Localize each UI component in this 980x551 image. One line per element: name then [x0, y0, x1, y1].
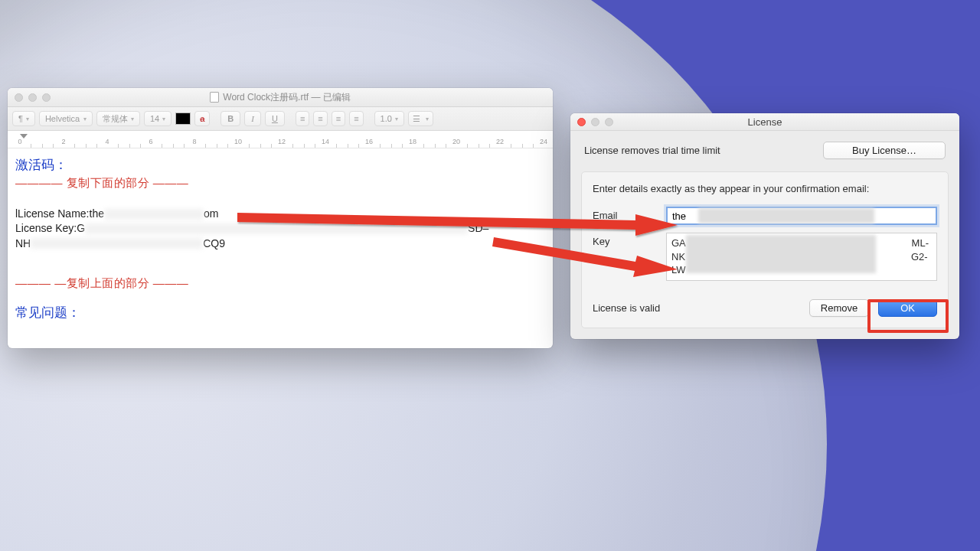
ruler-tick: 6	[149, 138, 152, 145]
separator-bottom: ——— —复制上面的部分 ———	[15, 276, 545, 292]
ruler-tick: 4	[105, 138, 109, 145]
license-window: License License removes trial time limit…	[570, 113, 959, 339]
ok-button[interactable]: OK	[878, 299, 937, 317]
bold-button[interactable]: B	[220, 111, 240, 126]
ruler-tick: 24	[540, 138, 547, 145]
email-input[interactable]	[666, 207, 937, 225]
heading-activation: 激活码：	[15, 156, 545, 174]
redacted-text: x	[85, 223, 468, 234]
redacted-text: x	[31, 238, 203, 249]
key-line2-pre: NK	[671, 251, 685, 262]
align-center-button[interactable]: ≡	[313, 111, 327, 126]
remove-button[interactable]: Remove	[809, 299, 869, 317]
italic-button[interactable]: I	[244, 111, 261, 126]
list-style-button[interactable]: ☰▾	[408, 111, 433, 126]
ruler-tick: 8	[192, 138, 196, 145]
license-window-title: License	[570, 116, 959, 128]
license-description: License removes trial time limit	[584, 145, 720, 156]
license-name-line: lLicense Name: the x om	[15, 207, 545, 221]
window-title-text: Word Clock注册码.rtf — 已编辑	[223, 91, 350, 104]
key-label: Key	[593, 233, 666, 247]
format-toolbar: ¶▾ Helvetica▾ 常规体▾ 14▾ a B I U ≡ ≡ ≡ ≡ 1…	[8, 107, 553, 131]
align-justify-button[interactable]: ≡	[349, 111, 363, 126]
license-header-row: License removes trial time limit Buy Lic…	[570, 131, 959, 171]
license-name-prefix: the	[90, 207, 104, 221]
line-spacing-select[interactable]: 1.0▾	[374, 111, 404, 126]
ruler-tick: 18	[409, 138, 416, 145]
font-family-value: Helvetica	[45, 114, 80, 123]
license-titlebar[interactable]: License	[570, 113, 959, 131]
ruler[interactable]: 024681012141618202224	[8, 131, 553, 148]
paragraph-style-label: ¶	[18, 114, 23, 123]
paragraph-style-menu[interactable]: ¶▾	[12, 111, 35, 126]
ruler-tick: 0	[18, 138, 21, 145]
license-key-prefix: G	[77, 221, 85, 236]
textedit-titlebar[interactable]: Word Clock注册码.rtf — 已编辑	[8, 88, 553, 107]
enter-details-text: Enter details exactly as they appear in …	[593, 183, 937, 194]
text-color-swatch[interactable]	[175, 112, 191, 125]
align-left-button[interactable]: ≡	[296, 111, 309, 126]
license-key-line2-prefix: NH	[15, 236, 31, 251]
ruler-tick: 14	[322, 138, 329, 145]
document-icon	[210, 92, 219, 103]
line-spacing-value: 1.0	[381, 114, 392, 123]
license-key-line2: NH x CQ9	[15, 236, 545, 251]
license-key-label: License Key:	[15, 221, 77, 236]
key-line2-suf: G2-	[911, 251, 928, 262]
textedit-window: Word Clock注册码.rtf — 已编辑 ¶▾ Helvetica▾ 常规…	[8, 88, 553, 348]
ruler-tick: 20	[452, 138, 460, 145]
font-size-select[interactable]: 14▾	[144, 111, 172, 126]
license-name-suffix: om	[204, 207, 218, 221]
license-key-mid-tail: SD–	[468, 221, 488, 236]
separator-top: ———— 复制下面的部分 ———	[15, 175, 545, 191]
document-body[interactable]: 激活码： ———— 复制下面的部分 ——— lLicense Name: the…	[8, 148, 553, 348]
email-label: Email	[593, 207, 666, 221]
font-family-select[interactable]: Helvetica▾	[39, 111, 93, 126]
align-right-button[interactable]: ≡	[332, 111, 345, 126]
font-weight-select[interactable]: 常规体▾	[96, 111, 140, 126]
ruler-tick: 2	[61, 138, 65, 145]
license-name-label: lLicense Name:	[15, 207, 90, 221]
key-line3: LW	[671, 264, 686, 276]
ruler-tick: 10	[234, 138, 242, 145]
key-input[interactable]: GAXXXXXXXXXXXXXXXXXXXXXXXXXXXXXXXXXXML- …	[666, 233, 937, 281]
ruler-tick: 12	[278, 138, 286, 145]
license-status: License is valid	[593, 302, 660, 314]
key-line1-suf: ML-	[912, 237, 929, 249]
ruler-tick: 16	[365, 138, 373, 145]
key-line1-pre: GA	[671, 237, 686, 249]
license-entry-panel: Enter details exactly as they appear in …	[581, 171, 949, 328]
font-weight-value: 常规体	[103, 113, 128, 125]
underline-button[interactable]: U	[265, 111, 285, 126]
strikethrough-button[interactable]: a	[194, 111, 210, 126]
license-key-line1: License Key: G x SD–	[15, 221, 545, 236]
window-title: Word Clock注册码.rtf — 已编辑	[8, 91, 553, 104]
font-size-value: 14	[150, 114, 159, 123]
ruler-tick: 22	[496, 138, 504, 145]
license-key-line2-suffix: CQ9	[203, 236, 225, 251]
buy-license-button[interactable]: Buy License…	[823, 142, 946, 159]
heading-faq: 常见问题：	[15, 304, 545, 321]
redacted-text: x	[104, 209, 204, 220]
